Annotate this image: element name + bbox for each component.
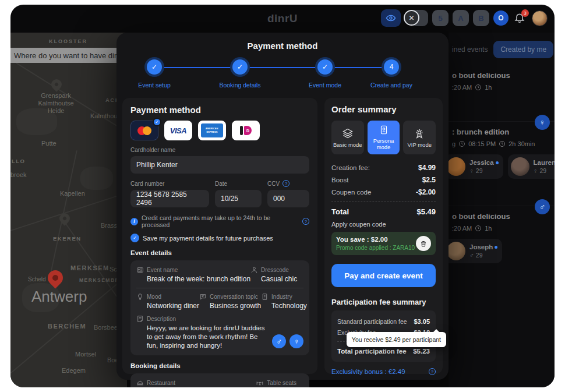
gender-buttons: ♂ ♀ [272,334,303,348]
basic-mode-option[interactable]: Basic mode [331,121,364,154]
participant-age: 29 [476,252,483,259]
eye-icon [386,13,396,23]
male-glyph: ♂ [276,337,282,346]
ideal-bar [240,126,243,135]
avatar-initial-b[interactable]: B [473,10,489,26]
stepper-line [154,67,391,68]
card-number-input[interactable]: 1234 5678 2585 2496 [130,190,209,207]
notifications-button[interactable]: 3 [514,11,527,25]
apply-coupon-label: Apply coupen code [331,221,436,228]
tab-created-by-me[interactable]: Created by me [493,41,553,58]
close-button[interactable]: ✕ [404,10,419,26]
save-details-row[interactable]: ✓ Save my payment details for future pur… [130,234,309,242]
avatar-initial-a[interactable]: A [453,10,469,26]
male-glyph: ♂ [539,202,546,211]
amex-text2: EXPRESS [207,132,218,133]
fee-value: -$2.00 [416,188,436,196]
profile-avatar[interactable] [532,10,548,26]
visa-option[interactable]: VISA [164,121,192,140]
clock-icon [458,140,465,147]
map-label: Edegem [62,367,86,374]
event-details-row2: Mood Networking diner Conversation topic… [136,293,303,310]
fee-row: Coupen code -$2.00 [331,186,436,198]
total-label: Total [331,207,349,216]
industry-label: Industry [271,294,292,300]
amex-option[interactable]: AMERICAN EXPRESS [198,121,226,140]
step-1-label: Event setup [122,82,186,89]
processing-help-icon[interactable]: ? [302,218,309,225]
male-button[interactable]: ♂ [272,334,286,348]
participation-value: $3.05 [414,318,430,325]
ideal-d: D [244,126,252,135]
tab-joined-events[interactable]: ined events [452,45,488,54]
tooltip-text: You receive $2.49 per participant [352,336,441,343]
date-input[interactable]: 10/25 [215,190,262,207]
step-2-node[interactable]: ✓ [232,59,248,75]
participation-heading: Participation fee summary [331,298,436,306]
fee-value: $4.99 [418,164,436,172]
event-card[interactable]: ♂ o bout delicious :20 AM 1h Joseph ♂ 29 [449,206,555,270]
ccv-text: CCV [267,181,280,187]
avatar-initial-5[interactable]: 5 [432,10,449,26]
visibility-button[interactable] [381,9,401,27]
cardholder-value: Phillip Kenter [136,161,178,169]
step-4-node[interactable]: 4 [384,59,399,75]
ccv-value: 000 [273,195,285,203]
event-date-fragment: g [452,140,455,147]
trash-icon [420,240,427,248]
checkbox-checked-icon[interactable]: ✓ [130,234,139,242]
map-label: Kapellen [60,190,85,197]
map-canvas[interactable]: KLOOSTER Where do you want to have diner… [10,33,127,387]
bonus-help-icon[interactable]: ? [429,368,436,375]
ideal-option[interactable]: D [232,121,260,140]
booking-right-col: Table seats 4 Available seats 1 [256,379,303,387]
basic-mode-label: Basic mode [333,142,362,148]
participant-chip[interactable]: Joseph ♂ 29 [444,239,502,263]
event-card[interactable]: ♀ : brunch edition g 08:15 PM 2h 30min J… [449,121,555,186]
coupon-save-text: You save : $2.00 [336,236,415,243]
map-pin[interactable] [57,211,72,225]
cardholder-input[interactable]: Phillip Kenter [130,156,309,174]
divider [136,288,303,288]
search-input[interactable]: Where do you want to have diner? [10,48,127,63]
dresscode-item: Dresscode Casual chic [250,266,303,283]
event-duration: 1h [485,84,492,91]
ccv-input[interactable]: 000 [267,190,309,207]
female-button[interactable]: ♀ [289,334,303,348]
total-row: Total $5.49 [331,206,436,218]
ccv-help-icon[interactable]: ? [282,180,289,187]
event-time: :20 AM [452,84,472,91]
female-glyph: ♀ [469,167,474,174]
mastercard-option[interactable]: ✓ [130,121,158,140]
event-time: 08:15 PM [468,140,496,147]
step-1-node[interactable]: ✓ [147,59,162,75]
participant-chip[interactable]: Jessica ♀ 29 [444,154,503,179]
dresscode-value: Casual chic [250,275,303,283]
clock-icon [475,84,482,91]
female-glyph: ♀ [294,337,299,346]
map-label: Kalmthoutse [27,100,85,107]
event-title: o bout delicious [452,71,550,80]
coupon-promo-text: Promo code applied : ZARA10 [336,245,415,251]
map-pin[interactable] [49,77,63,91]
event-name-label: Event name [147,267,178,273]
save-details-label: Save my payment details for future purch… [143,235,273,242]
lightbulb-icon [136,293,144,301]
clock-icon [499,140,506,147]
map-label: Mortsel [75,351,96,358]
events-tabs: ined events Created by me [449,33,555,65]
participation-total-value: $5.23 [413,348,430,355]
pay-and-create-button[interactable]: Pay and create event [331,264,436,287]
event-card[interactable]: o bout delicious :20 AM 1h [449,65,555,98]
participant-name: Lauren [534,159,555,166]
amex-icon: AMERICAN EXPRESS [201,123,223,137]
close-icon: ✕ [408,14,414,22]
window-chip: ✕ [411,10,428,26]
persona-mode-option[interactable]: Persona mode [368,121,400,154]
remove-coupon-button[interactable] [416,236,431,251]
vip-mode-option[interactable]: VIP mode [403,121,436,154]
step-3-node[interactable]: ✓ [317,59,333,75]
participant-chip[interactable]: Lauren ♀ 29 [508,154,555,179]
avatar-initial-o[interactable]: O [493,10,509,26]
ccv-label: CCV ? [267,180,309,187]
